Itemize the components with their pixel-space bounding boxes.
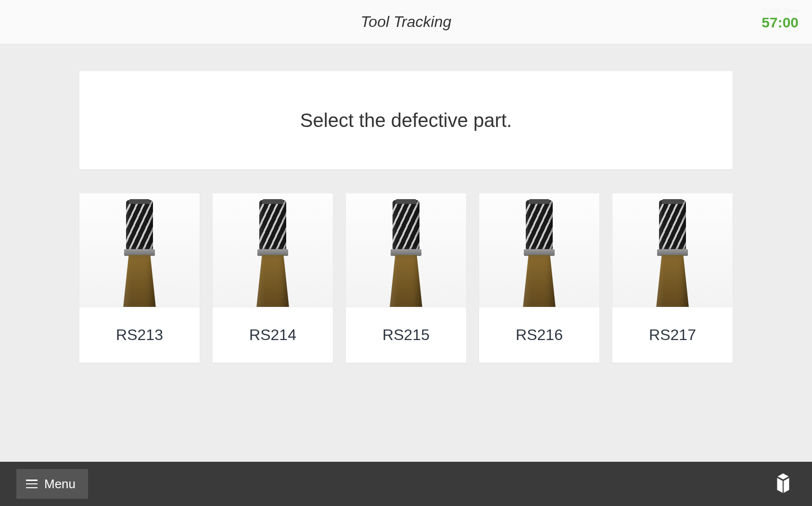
svg-marker-2: [784, 478, 789, 493]
part-image: [79, 193, 200, 307]
brand-logo-icon: [771, 471, 796, 496]
part-card-rs216[interactable]: RS216: [479, 193, 599, 363]
part-card-rs214[interactable]: RS214: [213, 193, 333, 363]
cycle-time-label: Cycle Time: [761, 7, 799, 14]
svg-marker-1: [777, 478, 783, 493]
part-label: RS214: [213, 307, 333, 363]
tool-icon: [377, 193, 435, 307]
part-label: RS216: [479, 307, 599, 363]
part-image: [612, 193, 733, 307]
cycle-time-value: 57:00: [761, 14, 799, 30]
menu-button[interactable]: Menu: [16, 469, 88, 499]
svg-marker-0: [778, 473, 789, 479]
page-title: Tool Tracking: [361, 13, 452, 31]
part-label: RS215: [346, 307, 466, 363]
part-card-rs217[interactable]: RS217: [612, 193, 733, 363]
tool-icon: [111, 193, 168, 307]
part-label: RS213: [79, 307, 200, 363]
part-card-rs215[interactable]: RS215: [346, 193, 466, 363]
cycle-time-block: Cycle Time 57:00: [761, 7, 799, 30]
hamburger-icon: [26, 480, 38, 488]
tool-icon: [510, 193, 568, 307]
prompt-text: Select the defective part.: [300, 110, 512, 131]
app-header: Tool Tracking Cycle Time 57:00: [0, 0, 812, 44]
part-image: [346, 193, 466, 307]
tool-icon: [644, 193, 701, 307]
main-content: Select the defective part. RS213 R: [0, 44, 812, 462]
part-image: [479, 193, 599, 307]
tool-icon: [244, 193, 302, 307]
part-image: [213, 193, 333, 307]
menu-button-label: Menu: [44, 477, 76, 492]
part-label: RS217: [612, 307, 733, 363]
prompt-card: Select the defective part.: [79, 71, 733, 169]
part-card-rs213[interactable]: RS213: [79, 193, 200, 363]
app-footer: Menu: [0, 462, 812, 506]
parts-row: RS213 RS214 RS215: [79, 193, 733, 363]
